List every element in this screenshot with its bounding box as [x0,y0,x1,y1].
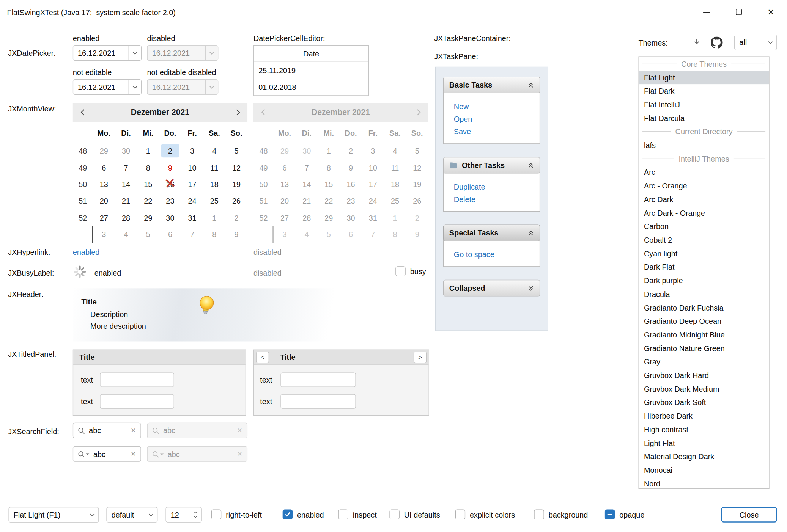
day-cell[interactable]: 8 [137,159,159,176]
taskpane-action-duplicate[interactable]: Duplicate [454,180,540,193]
checkbox-ui-defaults[interactable]: UI defaults [389,509,440,519]
day-cell[interactable]: 23 [159,193,181,209]
day-cell[interactable]: 7 [181,226,203,243]
day-cell[interactable]: 22 [137,193,159,209]
theme-item-arc-dark-orange[interactable]: Arc Dark - Orange [639,206,769,220]
close-window-button[interactable]: ✕ [755,0,787,24]
theme-item-lafs[interactable]: lafs [639,138,769,152]
checkbox-right-to-left[interactable]: right-to-left [211,509,262,519]
theme-item-monocai[interactable]: Monocai [639,463,769,477]
theme-item-cyan-light[interactable]: Cyan light [639,247,769,261]
next-month-button[interactable] [228,109,247,116]
taskpane-header-other-tasks[interactable]: Other Tasks [443,157,540,174]
themes-filter-combobox[interactable]: all [734,35,777,50]
day-cell[interactable]: 5 [137,226,159,243]
collapse-icon[interactable] [527,230,534,236]
theme-item-flat-light[interactable]: Flat Light [639,71,769,84]
day-cell[interactable]: 30 [159,209,181,226]
taskpane-header-basic-tasks[interactable]: Basic Tasks [443,77,540,93]
text-input[interactable] [280,372,356,387]
day-cell[interactable]: 18 [203,176,225,193]
theme-item-flat-dark[interactable]: Flat Dark [639,84,769,98]
day-cell[interactable]: 27 [93,209,115,226]
day-cell[interactable]: 17 [181,176,203,193]
close-button[interactable]: Close [721,507,777,523]
minimize-button[interactable] [691,0,723,24]
taskpane-action-open[interactable]: Open [454,113,540,126]
search-field[interactable]: abc ✕ [73,423,141,438]
theme-item-arc[interactable]: Arc [639,165,769,179]
theme-item-gray[interactable]: Gray [639,355,769,369]
theme-item-gruvbox-dark-hard[interactable]: Gruvbox Dark Hard [639,369,769,382]
theme-item-high-contrast[interactable]: High contrast [639,423,769,436]
text-input[interactable] [100,394,174,408]
checkbox-busy[interactable]: busy [395,266,426,276]
day-cell[interactable]: 3 [181,143,203,159]
day-cell[interactable]: 8 [203,226,225,243]
day-cell[interactable]: 4 [115,226,137,243]
day-cell[interactable]: 1 [137,143,159,159]
maximize-button[interactable] [723,0,755,24]
table-row[interactable]: 25.11.2019 [254,62,368,79]
titledpanel-prev-button[interactable]: < [256,352,269,363]
hyperlink-enabled[interactable]: enabled [73,248,100,256]
day-cell[interactable]: 25 [203,193,225,209]
day-cell[interactable]: 24 [181,193,203,209]
taskpane-header-special-tasks[interactable]: Special Tasks [443,224,540,241]
theme-item-flat-intellij[interactable]: Flat IntelliJ [639,98,769,111]
theme-item-dracula[interactable]: Dracula [639,287,769,301]
checkbox-background[interactable]: background [534,509,588,519]
collapse-icon[interactable] [527,162,534,168]
day-cell[interactable]: 6 [159,226,181,243]
day-cell[interactable]: 3 [93,226,115,243]
github-icon[interactable] [711,37,723,50]
day-cell[interactable]: 31 [181,209,203,226]
theme-item-gradianto-nature-green[interactable]: Gradianto Nature Green [639,341,769,355]
theme-item-cobalt-2[interactable]: Cobalt 2 [639,233,769,247]
chevron-down-icon[interactable] [129,80,141,94]
datepicker-not-editable[interactable]: 16.12.2021 [73,79,142,95]
day-cell[interactable]: 26 [225,193,247,209]
taskpane-action-new[interactable]: New [454,100,540,113]
day-cell[interactable]: 10 [181,159,203,176]
day-cell[interactable]: 11 [203,159,225,176]
taskpane-action-delete[interactable]: Delete [454,193,540,206]
theme-item-gradianto-dark-fuchsia[interactable]: Gradianto Dark Fuchsia [639,301,769,314]
day-cell[interactable]: 6 [93,159,115,176]
day-cell[interactable]: 20 [93,193,115,209]
download-icon[interactable] [692,38,702,49]
theme-item-material-design-dark[interactable]: Material Design Dark [639,450,769,463]
day-cell[interactable]: 15 [137,176,159,193]
theme-item-light-flat[interactable]: Light Flat [639,436,769,450]
expand-icon[interactable] [527,285,534,291]
day-cell[interactable]: 1 [203,209,225,226]
theme-item-flat-darcula[interactable]: Flat Darcula [639,111,769,125]
taskpane-action-save[interactable]: Save [454,126,540,138]
taskpane-header-collapsed[interactable]: Collapsed [443,280,540,297]
day-cell[interactable]: 14 [115,176,137,193]
datepicker-enabled[interactable]: 16.12.2021 [73,45,142,61]
day-cell[interactable]: 9 [225,226,247,243]
theme-item-arc-orange[interactable]: Arc - Orange [639,179,769,193]
theme-item-arc-dark[interactable]: Arc Dark [639,193,769,206]
chevron-down-icon[interactable] [129,46,141,60]
checkbox-opaque[interactable]: opaque [605,509,645,519]
day-cell[interactable]: 19 [225,176,247,193]
prev-month-button[interactable] [73,109,92,116]
theme-item-dark-purple[interactable]: Dark purple [639,274,769,287]
day-cell[interactable]: 28 [115,209,137,226]
theme-item-carbon[interactable]: Carbon [639,220,769,233]
text-input[interactable] [100,372,174,387]
collapse-icon[interactable] [527,82,534,88]
day-cell[interactable]: 7 [115,159,137,176]
day-cell[interactable]: 4 [203,143,225,159]
taskpane-action-go-to-space[interactable]: Go to space [454,248,540,261]
day-cell[interactable]: 12 [225,159,247,176]
theme-item-dark-flat[interactable]: Dark Flat [639,260,769,274]
theme-item-hiberbee-dark[interactable]: Hiberbee Dark [639,409,769,423]
theme-item-gruvbox-dark-soft[interactable]: Gruvbox Dark Soft [639,395,769,409]
day-cell[interactable]: 2 [225,209,247,226]
clear-icon[interactable]: ✕ [131,450,136,458]
day-cell[interactable]: 13 [93,176,115,193]
theme-item-gruvbox-dark-medium[interactable]: Gruvbox Dark Medium [639,382,769,396]
